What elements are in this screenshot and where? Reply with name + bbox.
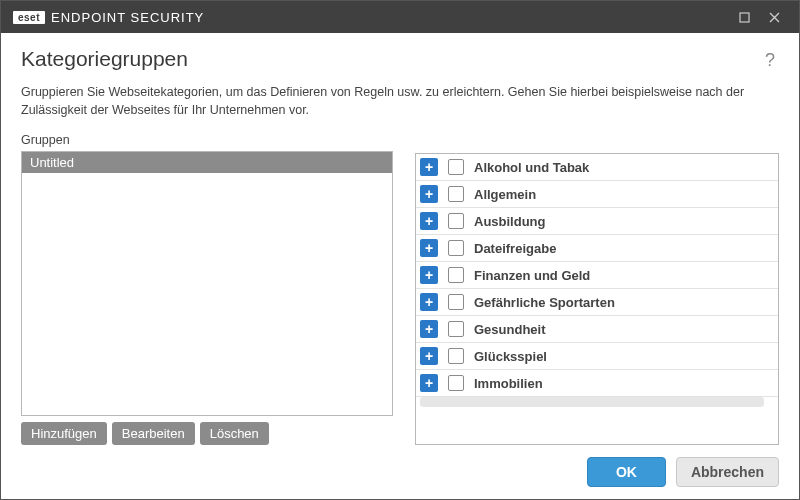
dialog-footer: OK Abbrechen <box>1 445 799 499</box>
svg-rect-0 <box>740 13 749 22</box>
category-checkbox[interactable] <box>448 375 464 391</box>
brand-logo: eset <box>13 11 45 24</box>
expand-icon[interactable]: + <box>420 293 438 311</box>
product-title: ENDPOINT SECURITY <box>51 10 204 25</box>
category-label: Ausbildung <box>474 214 546 229</box>
minimize-button[interactable] <box>729 1 759 33</box>
category-row: +Gefährliche Sportarten <box>416 289 778 316</box>
category-row: +Glücksspiel <box>416 343 778 370</box>
groups-panel: Gruppen Untitled Hinzufügen Bearbeiten L… <box>21 133 393 445</box>
page-description: Gruppieren Sie Webseitekategorien, um da… <box>21 83 779 119</box>
expand-icon[interactable]: + <box>420 374 438 392</box>
category-label: Glücksspiel <box>474 349 547 364</box>
category-label: Finanzen und Geld <box>474 268 590 283</box>
minimize-icon <box>739 12 750 23</box>
close-button[interactable] <box>759 1 789 33</box>
category-label: Alkohol und Tabak <box>474 160 589 175</box>
expand-icon[interactable]: + <box>420 158 438 176</box>
help-button[interactable]: ? <box>761 50 779 71</box>
expand-icon[interactable]: + <box>420 185 438 203</box>
category-checkbox[interactable] <box>448 240 464 256</box>
category-checkbox[interactable] <box>448 294 464 310</box>
titlebar: eset ENDPOINT SECURITY <box>1 1 799 33</box>
edit-button[interactable]: Bearbeiten <box>112 422 195 445</box>
add-button[interactable]: Hinzufügen <box>21 422 107 445</box>
delete-button[interactable]: Löschen <box>200 422 269 445</box>
expand-icon[interactable]: + <box>420 239 438 257</box>
category-label: Immobilien <box>474 376 543 391</box>
categories-panel: +Alkohol und Tabak+Allgemein+Ausbildung+… <box>415 153 779 445</box>
category-checkbox[interactable] <box>448 186 464 202</box>
groups-list[interactable]: Untitled <box>21 151 393 416</box>
page-title: Kategoriegruppen <box>21 47 761 71</box>
category-row: +Immobilien <box>416 370 778 397</box>
horizontal-scrollbar[interactable] <box>420 397 764 407</box>
category-label: Gesundheit <box>474 322 546 337</box>
expand-icon[interactable]: + <box>420 320 438 338</box>
categories-box: +Alkohol und Tabak+Allgemein+Ausbildung+… <box>415 153 779 445</box>
category-row: +Alkohol und Tabak <box>416 154 778 181</box>
app-window: eset ENDPOINT SECURITY Kategoriegruppen … <box>0 0 800 500</box>
categories-scroll[interactable]: +Alkohol und Tabak+Allgemein+Ausbildung+… <box>416 154 778 444</box>
category-label: Dateifreigabe <box>474 241 556 256</box>
category-checkbox[interactable] <box>448 321 464 337</box>
category-checkbox[interactable] <box>448 267 464 283</box>
ok-button[interactable]: OK <box>587 457 666 487</box>
category-row: +Dateifreigabe <box>416 235 778 262</box>
category-row: +Allgemein <box>416 181 778 208</box>
close-icon <box>769 12 780 23</box>
cancel-button[interactable]: Abbrechen <box>676 457 779 487</box>
category-row: +Ausbildung <box>416 208 778 235</box>
category-label: Gefährliche Sportarten <box>474 295 615 310</box>
category-row: +Finanzen und Geld <box>416 262 778 289</box>
category-row: +Gesundheit <box>416 316 778 343</box>
groups-label: Gruppen <box>21 133 393 147</box>
category-checkbox[interactable] <box>448 348 464 364</box>
expand-icon[interactable]: + <box>420 266 438 284</box>
expand-icon[interactable]: + <box>420 347 438 365</box>
expand-icon[interactable]: + <box>420 212 438 230</box>
category-label: Allgemein <box>474 187 536 202</box>
group-item[interactable]: Untitled <box>22 152 392 173</box>
content-area: Kategoriegruppen ? Gruppieren Sie Websei… <box>1 33 799 445</box>
category-checkbox[interactable] <box>448 159 464 175</box>
category-checkbox[interactable] <box>448 213 464 229</box>
